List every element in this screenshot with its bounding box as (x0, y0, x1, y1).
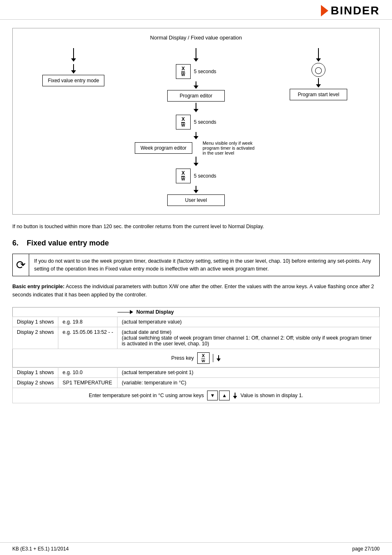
basic-principle: Basic entry principle: Access the indivi… (12, 282, 380, 299)
normal-display-note: If no button is touched within more than… (12, 223, 380, 231)
flowchart-left-col: Fixed value entry mode (21, 47, 126, 86)
table-row: Display 2 shows e.g. 15.05.06 13:52 - - … (13, 327, 380, 349)
program-editor-box: Program editor (167, 90, 225, 102)
week-row: Week program editor Menu visible only if… (135, 141, 257, 155)
display1-shows-label: Display 1 shows (13, 317, 58, 327)
normal-display-table: Normal Display Display 1 shows e.g. 19.8… (12, 307, 380, 403)
up-arrow-key: ▲ (219, 391, 230, 400)
press-key-content: Press key X W (13, 352, 379, 364)
display2-desc: (actual date and time) (actual switching… (118, 327, 380, 349)
warning-box: ⟳ If you do not want to use the week pro… (12, 254, 380, 277)
press-arrow (213, 354, 214, 362)
display1-value: e.g. 19.8 (58, 317, 118, 327)
xw-row-2: X W 5 seconds (176, 115, 217, 130)
arrow-top-right (316, 48, 321, 62)
basic-principle-text: Access the individual parameters with bu… (12, 284, 374, 298)
flowchart-title: Normal Display / Fixed value operation (21, 35, 371, 41)
week-note: Menu visible only if week program timer … (203, 141, 257, 155)
xw-button-press: X W (197, 352, 210, 364)
basic-principle-label: Basic entry principle: (12, 284, 65, 289)
enter-right-text: Value is shown in display 1. (240, 393, 303, 398)
arrow-to-program (194, 81, 198, 89)
logo-text: BINDER (331, 4, 380, 17)
display2-desc-line2: (actual switching state of week program … (122, 335, 375, 347)
arrow-down-left2 (71, 64, 76, 74)
fixed-value-box: Fixed value entry mode (42, 75, 104, 86)
user-level-box: User level (167, 194, 225, 206)
seconds-label-1: 5 seconds (194, 69, 217, 74)
arrow-key-buttons: ▼ ▲ (207, 391, 230, 400)
display1-sp-desc: (actual temperature set-point 1) (118, 368, 380, 378)
week-program-box: Week program editor (135, 142, 192, 154)
xw-row-1: X W 5 seconds (176, 64, 217, 79)
arrow-to-week (194, 132, 198, 139)
down-arrow-key: ▼ (207, 391, 218, 400)
display1-desc: (actual temperature value) (118, 317, 380, 327)
page-header: BINDER (0, 0, 392, 20)
xw-button-3: X W (176, 169, 191, 183)
section-title: Fixed value entry mode (27, 239, 109, 247)
table-row: Display 1 shows e.g. 10.0 (actual temper… (13, 368, 380, 378)
logo-arrow-icon (321, 5, 328, 16)
arrow-from-program (194, 103, 198, 112)
display2-sp-value: SP1 TEMPERATURE (58, 378, 118, 388)
seconds-label-3: 5 seconds (194, 173, 217, 179)
section-heading: 6. Fixed value entry mode (12, 239, 380, 247)
display2-desc-line1: (actual date and time) (122, 329, 375, 335)
table-header: Normal Display (136, 309, 174, 315)
main-content: Normal Display / Fixed value operation F… (0, 20, 392, 412)
warning-icon: ⟳ (16, 258, 25, 272)
warning-text: If you do not want to use the week progr… (29, 254, 379, 276)
display2-sp-label: Display 2 shows (13, 378, 58, 388)
arrow-top-center (194, 48, 198, 62)
arrow-down-left (71, 48, 76, 62)
enter-row: Enter temperature set-point in °C using … (13, 388, 380, 403)
display2-value: e.g. 15.05.06 13:52 - - (58, 327, 118, 349)
footer-right: page 27/100 (352, 546, 380, 552)
display2-sp-desc: (variable: temperature in °C) (118, 378, 380, 388)
power-icon: ◯ (311, 63, 325, 77)
press-key-row: Press key X W (13, 349, 380, 368)
warning-icon-cell: ⟳ (13, 254, 29, 276)
flowchart: Normal Display / Fixed value operation F… (12, 28, 380, 215)
xw-button-2: X W (176, 115, 191, 130)
flowchart-center-col: X W 5 seconds Program editor (135, 47, 257, 206)
flowchart-right-col: ◯ Program start level (266, 47, 371, 100)
xw-button-1: X W (176, 64, 191, 79)
display1-sp-label: Display 1 shows (13, 368, 58, 378)
section-number: 6. (12, 239, 18, 247)
normal-display-arrow (118, 310, 133, 314)
value-arrow (233, 393, 237, 399)
press-key-label: Press key (171, 355, 194, 361)
enter-content: Enter temperature set-point in °C using … (15, 391, 377, 400)
press-down-arrow (217, 355, 221, 361)
table-row: Display 2 shows SP1 TEMPERATURE (variabl… (13, 378, 380, 388)
display2-shows-label: Display 2 shows (13, 327, 58, 349)
arrow-from-week (194, 157, 198, 166)
display1-sp-value: e.g. 10.0 (58, 368, 118, 378)
table-row: Display 1 shows e.g. 19.8 (actual temper… (13, 317, 380, 327)
arrow-power (316, 78, 321, 88)
arrow-to-user (194, 186, 198, 193)
footer-left: KB (E3.1 + E5.1) 11/2014 (12, 546, 69, 552)
binder-logo: BINDER (321, 4, 380, 17)
seconds-label-2: 5 seconds (194, 119, 217, 125)
enter-left-text: Enter temperature set-point in °C using … (89, 393, 204, 398)
xw-row-3: X W 5 seconds (176, 169, 217, 183)
page-footer: KB (E3.1 + E5.1) 11/2014 page 27/100 (0, 542, 392, 555)
program-start-box: Program start level (290, 89, 347, 100)
